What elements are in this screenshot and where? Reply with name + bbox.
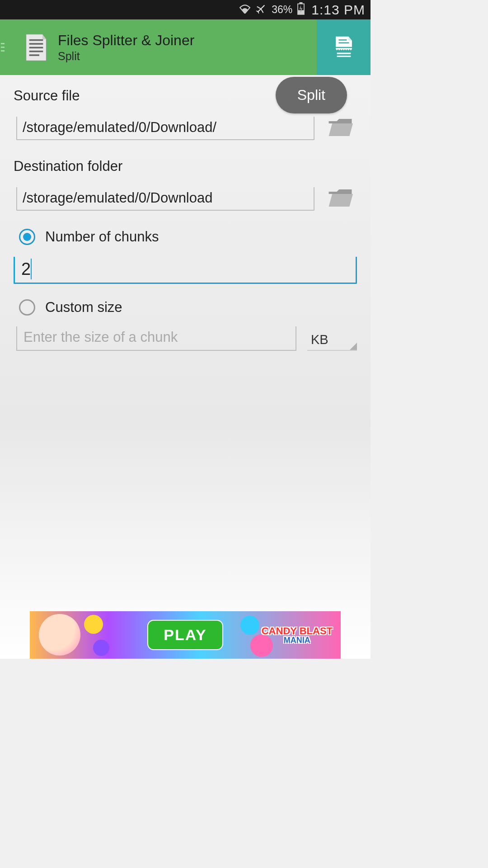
svg-rect-11 [337,55,351,57]
svg-rect-7 [29,54,39,56]
status-bar: 36% 1:13 PM [0,0,371,19]
svg-rect-3 [29,39,43,40]
svg-rect-5 [29,47,43,48]
source-file-input[interactable]: /storage/emulated/0/Download/ [16,117,314,140]
chunks-radio[interactable] [19,229,35,245]
content-area: Split Source file /storage/emulated/0/Do… [0,75,371,659]
ad-candy-icon [93,640,109,656]
chunks-input[interactable] [14,257,357,284]
destination-folder-label: Destination folder [14,158,357,175]
browse-source-button[interactable] [326,117,354,138]
ad-candy-icon [84,615,103,634]
ad-brand-text: CANDY BLAST MANIA [262,626,333,644]
battery-percent: 36% [272,4,292,16]
browse-destination-button[interactable] [326,187,354,209]
shred-button[interactable] [317,19,371,75]
custom-size-input[interactable] [16,326,296,351]
size-unit-value: KB [311,332,328,347]
ad-play-button[interactable]: PLAY [147,620,223,650]
dropdown-triangle-icon [350,343,357,350]
ad-character-icon [39,614,80,656]
chunks-radio-label: Number of chunks [45,229,159,245]
svg-rect-4 [29,43,43,44]
svg-rect-9 [338,42,349,43]
clock: 1:13 PM [311,2,365,18]
ad-banner[interactable]: PLAY CANDY BLAST MANIA [30,611,341,659]
text-cursor [31,259,32,279]
app-bar: Files Splitter & Joiner Split [0,19,371,75]
battery-icon [297,2,305,18]
custom-size-radio-row[interactable]: Custom size [19,299,357,316]
ad-candy-icon [240,616,259,635]
app-icon [21,32,52,63]
svg-rect-6 [29,50,43,52]
svg-rect-8 [338,39,347,41]
custom-size-radio[interactable] [19,299,35,316]
svg-rect-10 [337,52,351,54]
svg-rect-1 [300,2,303,4]
custom-size-radio-label: Custom size [45,299,122,316]
drawer-icon[interactable] [0,41,5,54]
wifi-icon [239,3,251,16]
destination-folder-input[interactable]: /storage/emulated/0/Download [16,187,314,211]
size-unit-dropdown[interactable]: KB [307,329,357,351]
app-subtitle: Split [58,50,194,63]
app-title: Files Splitter & Joiner [58,32,194,49]
chunks-radio-row[interactable]: Number of chunks [19,229,357,245]
airplane-icon [255,3,267,17]
split-button[interactable]: Split [276,77,347,113]
